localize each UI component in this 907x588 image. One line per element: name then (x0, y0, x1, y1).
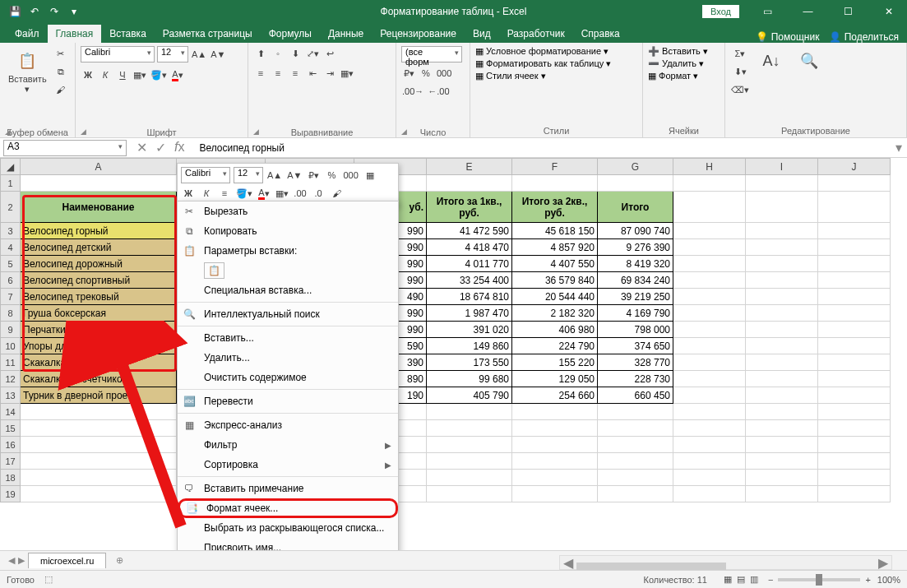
row-header-2[interactable]: 2 (1, 192, 21, 223)
cell[interactable] (598, 453, 673, 470)
tab-insert[interactable]: Вставка (101, 25, 155, 43)
mini-painter-icon[interactable]: 🖌 (329, 186, 344, 201)
cell-styles-button[interactable]: ▦ Стили ячеек ▾ (475, 71, 546, 81)
cell[interactable] (746, 486, 818, 502)
format-painter-icon[interactable]: 🖌 (53, 82, 68, 97)
cell-e[interactable]: 1 987 470 (427, 305, 512, 322)
cell[interactable] (427, 404, 512, 420)
tab-pagelayout[interactable]: Разметка страницы (155, 25, 261, 43)
row-header-10[interactable]: 10 (1, 338, 21, 354)
conditional-format-button[interactable]: ▦ Условное форматирование ▾ (475, 46, 609, 57)
cell[interactable] (512, 175, 598, 192)
hdr-g[interactable]: Итого (598, 192, 673, 223)
fill-color-icon[interactable]: 🪣▾ (150, 67, 168, 82)
view-layout-icon[interactable]: ▤ (737, 574, 745, 585)
row-header-16[interactable]: 16 (1, 437, 21, 453)
col-header-E[interactable]: E (427, 159, 512, 175)
cell[interactable] (21, 404, 177, 420)
login-button[interactable]: Вход (702, 5, 739, 18)
view-pagebreak-icon[interactable]: ▥ (750, 574, 758, 585)
bold-button[interactable]: Ж (81, 67, 95, 82)
row-header-17[interactable]: 17 (1, 453, 21, 470)
cell[interactable] (818, 486, 891, 502)
cell-g[interactable]: 8 419 320 (598, 256, 673, 272)
cell-e[interactable]: 99 680 (427, 371, 512, 387)
cell[interactable] (746, 404, 818, 420)
row-header-4[interactable]: 4 (1, 239, 21, 256)
dec-decimal-icon[interactable]: ←.00 (427, 84, 450, 99)
cell-f[interactable]: 2 182 320 (512, 305, 598, 322)
cell[interactable] (673, 453, 746, 470)
tab-help[interactable]: Справка (573, 25, 628, 43)
sheet-nav-next-icon[interactable]: ▶ (18, 555, 25, 566)
fx-icon[interactable]: fx (174, 140, 184, 155)
cell[interactable] (21, 470, 177, 486)
cell[interactable] (21, 437, 177, 453)
underline-button[interactable]: Ч (115, 67, 130, 82)
cell[interactable] (818, 175, 891, 192)
currency-icon[interactable]: ₽▾ (401, 66, 416, 81)
cell[interactable] (598, 486, 673, 502)
cell-f[interactable]: 254 660 (512, 387, 598, 404)
cell[interactable] (818, 404, 891, 420)
cell[interactable] (598, 175, 673, 192)
mini-inc-font-icon[interactable]: A▲ (266, 168, 283, 183)
row-header-8[interactable]: 8 (1, 305, 21, 322)
zoom-in-icon[interactable]: + (865, 575, 870, 585)
ctx-format-cells[interactable]: 📑Формат ячеек... (178, 498, 398, 518)
cell-name[interactable]: Скакалка со счетчиком (21, 371, 177, 387)
ctx-smart-lookup[interactable]: 🔍Интеллектуальный поиск (178, 304, 398, 324)
autosum-icon[interactable]: Σ▾ (730, 46, 750, 61)
sort-filter-button[interactable]: A↓ (755, 46, 788, 76)
ctx-quick-analysis[interactable]: ▦Экспресс-анализ (178, 415, 398, 435)
number-format-combo[interactable]: (все форм (401, 46, 462, 63)
ribbon-options-icon[interactable]: ▭ (749, 0, 786, 23)
align-center-icon[interactable]: ≡ (271, 66, 285, 81)
indent-dec-icon[interactable]: ⇤ (305, 66, 320, 81)
cell[interactable] (21, 486, 177, 502)
cell-e[interactable]: 41 472 590 (427, 223, 512, 239)
align-middle-icon[interactable]: ◦ (271, 46, 285, 61)
merge-icon[interactable]: ▦▾ (340, 66, 354, 81)
ctx-paste-special[interactable]: Специальная вставка... (178, 280, 398, 300)
cell-e[interactable]: 18 674 810 (427, 289, 512, 305)
mini-thousands-icon[interactable]: 000 (342, 168, 359, 183)
view-normal-icon[interactable]: ▦ (724, 574, 732, 585)
cell[interactable] (673, 404, 746, 420)
undo-icon[interactable]: ↶ (28, 5, 41, 18)
cell-g[interactable]: 69 834 240 (598, 272, 673, 289)
orientation-icon[interactable]: ⤢▾ (305, 46, 320, 61)
zoom-slider[interactable] (778, 578, 860, 581)
cell[interactable] (673, 486, 746, 502)
minimize-icon[interactable]: — (789, 0, 826, 23)
cell-e[interactable]: 4 011 770 (427, 256, 512, 272)
cell[interactable] (818, 453, 891, 470)
inc-decimal-icon[interactable]: .00→ (401, 84, 424, 99)
thousands-icon[interactable]: 000 (436, 66, 452, 81)
col-header-G[interactable]: G (598, 159, 673, 175)
formula-input[interactable] (194, 140, 891, 156)
row-header-12[interactable]: 12 (1, 371, 21, 387)
align-right-icon[interactable]: ≡ (288, 66, 303, 81)
cell-g[interactable]: 9 276 390 (598, 239, 673, 256)
zoom-level[interactable]: 100% (877, 575, 900, 585)
cell[interactable] (818, 437, 891, 453)
mini-fill-icon[interactable]: 🪣▾ (235, 186, 253, 201)
cell-g[interactable]: 228 730 (598, 371, 673, 387)
qat-dropdown-icon[interactable]: ▾ (67, 5, 81, 18)
ctx-delete[interactable]: Удалить... (178, 348, 398, 368)
cell-g[interactable]: 328 770 (598, 354, 673, 371)
ctx-dropdown-list[interactable]: Выбрать из раскрывающегося списка... (178, 518, 398, 538)
mini-inc-dec-icon[interactable]: .00 (293, 186, 308, 201)
cancel-formula-icon[interactable]: ✕ (137, 140, 147, 155)
redo-icon[interactable]: ↷ (48, 5, 61, 18)
cell-name[interactable]: Скакалка скоростная (21, 354, 177, 371)
font-name-combo[interactable]: Calibri (81, 46, 155, 63)
cell-e[interactable]: 4 418 470 (427, 239, 512, 256)
cell[interactable] (512, 470, 598, 486)
ctx-clear[interactable]: Очистить содержимое (178, 368, 398, 387)
cell[interactable] (427, 420, 512, 437)
cell[interactable] (21, 420, 177, 437)
cell-f[interactable]: 36 579 840 (512, 272, 598, 289)
col-header-H[interactable]: H (673, 159, 746, 175)
